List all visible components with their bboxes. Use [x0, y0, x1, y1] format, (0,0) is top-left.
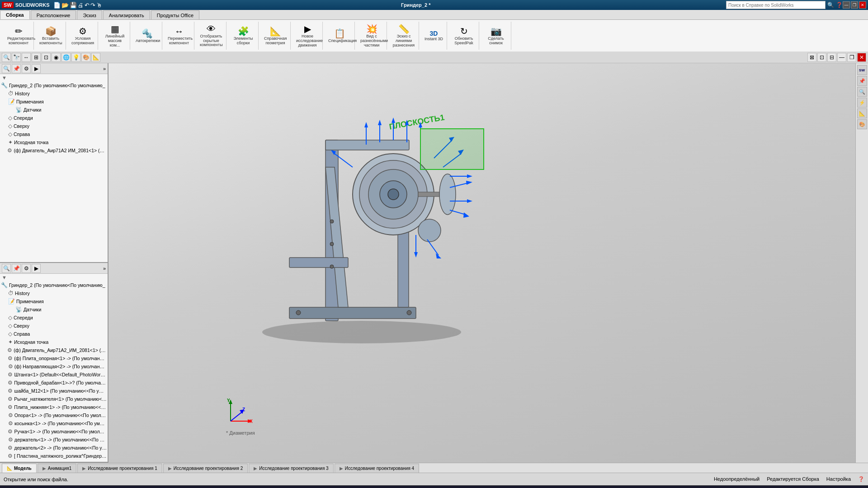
search-icon[interactable]: 🔍	[827, 2, 834, 8]
collapse-pane-btn[interactable]: »	[103, 66, 106, 71]
tab-assembly[interactable]: Сборка	[0, 10, 30, 19]
rt-btn-5[interactable]: 📐	[857, 108, 867, 118]
tree-item-sensors-2[interactable]: 📡 Датчики	[0, 305, 108, 314]
toolbar-btn-10[interactable]: 📐	[91, 53, 100, 62]
tree-item-plita-lower[interactable]: ⚙ Плита_нижняя<1> -> (По умолчанию<<По у	[0, 403, 108, 411]
new-icon[interactable]: 📄	[53, 2, 61, 9]
tree-btn-4[interactable]: ▶	[32, 64, 41, 73]
tab-study4[interactable]: ▶ Исследование проектирования 4	[335, 464, 419, 473]
rt-btn-2[interactable]: 📌	[857, 76, 867, 86]
explode-view-button[interactable]: 💥 Вид с разнесёнными частями	[359, 23, 384, 49]
collapse-pane2-btn[interactable]: »	[103, 266, 106, 271]
tab-analyze[interactable]: Анализировать	[103, 10, 150, 19]
tab-study2[interactable]: ▶ Исследование проектирования 2	[163, 464, 248, 473]
toolbar-btn-8[interactable]: 💡	[71, 53, 80, 62]
tree-item-kosinka[interactable]: ⚙ косынка<1> -> (По умолчанию<<По умолч	[0, 419, 108, 427]
tab-animation[interactable]: ▶ Анимация1	[38, 464, 77, 473]
tree-item-front-1[interactable]: ◇ Спереди	[0, 114, 108, 122]
view-right-3[interactable]: ⊟	[827, 53, 836, 62]
tab-office[interactable]: Продукты Office	[151, 10, 199, 19]
save-icon[interactable]: 💾	[70, 2, 77, 9]
toolbar-btn-2[interactable]: 🔭	[12, 53, 21, 62]
open-icon[interactable]: 📂	[61, 2, 69, 9]
rt-btn-3[interactable]: 🔍	[857, 87, 867, 97]
3d-viewport[interactable]: ПЛОСКОСТЬ1	[108, 63, 855, 463]
tree-item-top-1[interactable]: ◇ Сверху	[0, 122, 108, 130]
toolbar-btn-1[interactable]: 🔍	[2, 53, 11, 62]
insert-component-button[interactable]: 📦 Вставить компоненты	[38, 25, 63, 47]
undo-icon[interactable]: ↶	[85, 2, 90, 9]
instant3d-button[interactable]: 3D Instant 3D	[424, 29, 444, 42]
edit-component-button[interactable]: ✏ Редактировать компонент	[6, 25, 31, 47]
tab-study3[interactable]: ▶ Исследование проектирования 3	[249, 464, 333, 473]
search-input[interactable]	[726, 1, 826, 9]
tree-item-right-2[interactable]: ◇ Справа	[0, 330, 108, 338]
tree-item-motor-1[interactable]: ⚙ (ф) Двигатель_Аир71А2 ИМ_2081<1> (По у…	[0, 146, 108, 155]
tree-item-origin-2[interactable]: ✦ Исходная точка	[0, 338, 108, 346]
minimize-button[interactable]: —	[843, 1, 850, 9]
tree-item-shtanga[interactable]: ⚙ Штанга<1> (Default<<Default_PhotoWorks…	[0, 371, 108, 379]
tree-item-history-2[interactable]: ⏱ History	[0, 289, 108, 297]
tree-item-motor-2[interactable]: ⚙ (ф) Двигатель_Аир71А2_ИМ_2081<1> (По у…	[0, 346, 108, 354]
window-controls[interactable]: — ❐ ✕	[843, 1, 866, 9]
status-help-icon[interactable]: ❓	[858, 476, 864, 482]
auto-fasteners-button[interactable]: 🔩 Автокрепежи	[135, 27, 159, 44]
tab-model[interactable]: 📐 Модель	[2, 464, 37, 473]
rt-btn-4[interactable]: ⚡	[857, 98, 867, 108]
tree-item-history-1[interactable]: ⏱ History	[0, 89, 108, 98]
minimize-panel-button[interactable]: —	[837, 53, 846, 62]
view-right-1[interactable]: ⊠	[807, 53, 816, 62]
toolbar-btn-3[interactable]: ↔	[22, 53, 31, 62]
tree-btn-1[interactable]: 🔍	[2, 64, 11, 73]
tree-root-2[interactable]: 🔧 Гриндер_2 (По умолчанию<По умолчанию_	[0, 281, 108, 289]
tree-item-origin-1[interactable]: ✦ Исходная точка	[0, 138, 108, 146]
new-motion-button[interactable]: ▶ Новое исследование движения	[295, 23, 320, 49]
tree2-btn-3[interactable]: ⚙	[22, 264, 31, 273]
explode-line-button[interactable]: 📏 Эскиз с линиями разнесения	[392, 23, 416, 49]
close-panel-button[interactable]: ✕	[857, 53, 866, 62]
tree-item-handle[interactable]: ⚙ Ручка<1> -> (По умолчанию<<По умолчани	[0, 427, 108, 436]
rt-btn-6[interactable]: 🎨	[857, 119, 867, 129]
tab-study1[interactable]: ▶ Исследование проектирования 1	[77, 464, 162, 473]
tree-item-screw[interactable]: ⚙ винт регулировочный<1> (По умолчание	[0, 460, 108, 462]
toolbar-btn-5[interactable]: ⊡	[42, 53, 51, 62]
tree-item-holder2[interactable]: ⚙ держатель<2> -> (По умолчанию<<По умол	[0, 444, 108, 452]
tree-item-support[interactable]: ⚙ Опора<1> -> (По умолчанию<<По умолчан	[0, 411, 108, 419]
mate-button[interactable]: ⚙ Условия сопряжения	[71, 25, 95, 47]
tree-item-plita[interactable]: ⚙ (ф) Плита_опорная<1> -> (По умолчанию<…	[0, 354, 108, 362]
tree-item-sensors-1[interactable]: 📡 Датчики	[0, 106, 108, 114]
tree2-btn-1[interactable]: 🔍	[2, 264, 11, 273]
tree-item-holder1[interactable]: ⚙ держатель<1> -> (По умолчанию<<По умо	[0, 436, 108, 444]
view-right-2[interactable]: ⊡	[817, 53, 826, 62]
help-icon[interactable]: ❓	[836, 2, 843, 8]
assembly-features-button[interactable]: 🧩 Элементы сборки	[231, 25, 255, 47]
tree-item-plastina[interactable]: ⚙ [ Пластина_натяжного_ролика^Гриндер_2 …	[0, 452, 108, 460]
tree2-btn-4[interactable]: ▶	[32, 264, 41, 273]
tree-btn-2[interactable]: 📌	[12, 64, 21, 73]
tree-item-top-2[interactable]: ◇ Сверху	[0, 322, 108, 330]
bom-button[interactable]: 📋 Спецификация	[327, 27, 352, 44]
snapshot-button[interactable]: 📷 Сделать снимок	[484, 25, 508, 47]
tree-item-lever[interactable]: ⚙ Рычаг_натяжителя<1> (По умолчанию<<По	[0, 395, 108, 403]
tree-item-napr[interactable]: ⚙ (ф) Направляющая<2> -> (По умолчанию<	[0, 362, 108, 371]
tree-item-notes-2[interactable]: 📝 Примечания	[0, 297, 108, 305]
tab-layout[interactable]: Расположение	[31, 10, 76, 19]
toolbar-btn-7[interactable]: 🌐	[61, 53, 71, 62]
tree-btn-3[interactable]: ⚙	[22, 64, 31, 73]
redo-icon[interactable]: ↷	[90, 2, 95, 9]
rt-btn-1[interactable]: SW	[857, 65, 867, 75]
move-component-button[interactable]: ↔ Переместить компонент	[167, 25, 191, 47]
restore-button[interactable]: ❐	[851, 1, 858, 9]
toolbar-btn-9[interactable]: 🎨	[81, 53, 90, 62]
toolbar-btn-6[interactable]: ◉	[52, 53, 61, 62]
tree-item-washer-m12[interactable]: ⚙ шайба_М12<1> (По умолчанию<<По умолч	[0, 387, 108, 395]
tree2-btn-2[interactable]: 📌	[12, 264, 21, 273]
ref-geometry-button[interactable]: 📐 Справочная геометрия	[263, 25, 288, 47]
tree-root-1[interactable]: 🔧 Гриндер_2 (По умолчанию<По умолчанию_	[0, 81, 108, 89]
tree-item-front-2[interactable]: ◇ Спереди	[0, 314, 108, 322]
close-button[interactable]: ✕	[859, 1, 866, 9]
tab-sketch[interactable]: Эскиз	[77, 10, 102, 19]
show-hidden-button[interactable]: 👁 Отобразить скрытые компоненты	[199, 23, 223, 49]
restore-panel-button[interactable]: ❐	[847, 53, 856, 62]
select-icon[interactable]: 🖱	[96, 2, 102, 9]
